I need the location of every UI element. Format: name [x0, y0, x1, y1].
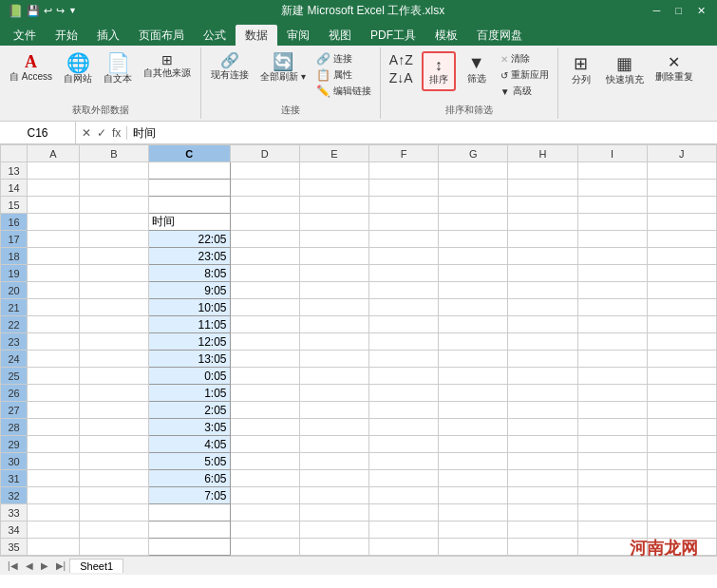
tab-view[interactable]: 视图 — [319, 25, 361, 46]
cell-j23[interactable] — [647, 333, 716, 351]
cell-i22[interactable] — [577, 316, 647, 333]
access-button[interactable]: A 自 Access — [6, 51, 56, 85]
cell-i28[interactable] — [577, 419, 647, 436]
cell-a28[interactable] — [28, 419, 80, 436]
cell-j25[interactable] — [647, 368, 716, 385]
cell-h17[interactable] — [508, 231, 577, 248]
cell-b34[interactable] — [79, 522, 148, 539]
cell-c17[interactable]: 22:05 — [149, 231, 230, 248]
cell-a22[interactable] — [28, 316, 80, 333]
cell-g30[interactable] — [439, 453, 508, 470]
cell-f27[interactable] — [368, 402, 438, 419]
cell-f16[interactable] — [368, 214, 438, 231]
cell-i14[interactable] — [577, 180, 647, 197]
cell-f28[interactable] — [368, 419, 438, 436]
cell-b35[interactable] — [79, 539, 148, 556]
reapply-button[interactable]: ↺ 重新应用 — [498, 67, 552, 83]
cell-a26[interactable] — [28, 385, 80, 402]
cell-d29[interactable] — [230, 436, 299, 453]
cell-h34[interactable] — [508, 522, 577, 539]
cancel-icon[interactable]: ✕ — [80, 126, 93, 140]
cell-j19[interactable] — [647, 265, 716, 282]
cell-h25[interactable] — [508, 368, 577, 385]
cell-c29[interactable]: 4:05 — [149, 436, 230, 453]
cell-f13[interactable] — [368, 162, 438, 180]
sort-az-button[interactable]: A↑Z — [387, 51, 416, 68]
cell-a24[interactable] — [28, 351, 80, 368]
tab-pdf[interactable]: PDF工具 — [361, 25, 425, 46]
cell-a27[interactable] — [28, 402, 80, 419]
cell-c15[interactable] — [149, 197, 230, 214]
cell-j28[interactable] — [647, 419, 716, 436]
cell-f33[interactable] — [368, 504, 438, 522]
customize-quick-access-icon[interactable]: ▼ — [68, 6, 77, 15]
cell-a14[interactable] — [28, 180, 80, 197]
connections-button[interactable]: 🔗 连接 — [313, 51, 374, 66]
cell-j15[interactable] — [647, 197, 716, 214]
cell-h21[interactable] — [508, 299, 577, 316]
cell-d17[interactable] — [230, 231, 299, 248]
cell-h24[interactable] — [508, 351, 577, 368]
cell-e13[interactable] — [299, 162, 368, 180]
cell-c13[interactable] — [149, 162, 230, 180]
cell-i35[interactable] — [577, 539, 647, 556]
tab-template[interactable]: 模板 — [425, 25, 467, 46]
cell-h35[interactable] — [508, 539, 577, 556]
properties-button[interactable]: 📋 属性 — [313, 67, 374, 83]
cell-j18[interactable] — [647, 248, 716, 265]
cell-g25[interactable] — [439, 368, 508, 385]
cell-g18[interactable] — [439, 248, 508, 265]
cell-j35[interactable] — [647, 539, 716, 556]
cell-e22[interactable] — [299, 316, 368, 333]
close-button[interactable]: ✕ — [693, 5, 709, 17]
cell-b18[interactable] — [79, 248, 148, 265]
cell-e19[interactable] — [299, 265, 368, 282]
cell-a25[interactable] — [28, 368, 80, 385]
cell-i29[interactable] — [577, 436, 647, 453]
cell-b27[interactable] — [79, 402, 148, 419]
cell-a20[interactable] — [28, 282, 80, 299]
cell-g29[interactable] — [439, 436, 508, 453]
redo-icon[interactable]: ↪ — [56, 5, 65, 17]
cell-c19[interactable]: 8:05 — [149, 265, 230, 282]
cell-g33[interactable] — [439, 504, 508, 522]
cell-f23[interactable] — [368, 333, 438, 351]
cell-h19[interactable] — [508, 265, 577, 282]
cell-d26[interactable] — [230, 385, 299, 402]
cell-e33[interactable] — [299, 504, 368, 522]
cell-d13[interactable] — [230, 162, 299, 180]
cell-j16[interactable] — [647, 214, 716, 231]
cell-c20[interactable]: 9:05 — [149, 282, 230, 299]
cell-c14[interactable] — [149, 180, 230, 197]
cell-f22[interactable] — [368, 316, 438, 333]
cell-b21[interactable] — [79, 299, 148, 316]
cell-d16[interactable] — [230, 214, 299, 231]
cell-h20[interactable] — [508, 282, 577, 299]
cell-g35[interactable] — [439, 539, 508, 556]
cell-a18[interactable] — [28, 248, 80, 265]
cell-j24[interactable] — [647, 351, 716, 368]
cell-f31[interactable] — [368, 470, 438, 487]
cell-i34[interactable] — [577, 522, 647, 539]
cell-j20[interactable] — [647, 282, 716, 299]
cell-g28[interactable] — [439, 419, 508, 436]
cell-f19[interactable] — [368, 265, 438, 282]
cell-g32[interactable] — [439, 487, 508, 504]
cell-c28[interactable]: 3:05 — [149, 419, 230, 436]
cell-h23[interactable] — [508, 333, 577, 351]
sort-button[interactable]: ↕ 排序 — [422, 51, 456, 91]
cell-g14[interactable] — [439, 180, 508, 197]
cell-f20[interactable] — [368, 282, 438, 299]
cell-f34[interactable] — [368, 522, 438, 539]
cell-c22[interactable]: 11:05 — [149, 316, 230, 333]
cell-f21[interactable] — [368, 299, 438, 316]
cell-c33[interactable] — [149, 504, 230, 522]
insert-function-icon[interactable]: fx — [110, 126, 123, 140]
cell-d27[interactable] — [230, 402, 299, 419]
cell-reference-box[interactable]: C16 — [0, 122, 76, 144]
quick-save-icon[interactable]: 💾 — [27, 5, 40, 17]
cell-i23[interactable] — [577, 333, 647, 351]
cell-c31[interactable]: 6:05 — [149, 470, 230, 487]
cell-d18[interactable] — [230, 248, 299, 265]
cell-b23[interactable] — [79, 333, 148, 351]
